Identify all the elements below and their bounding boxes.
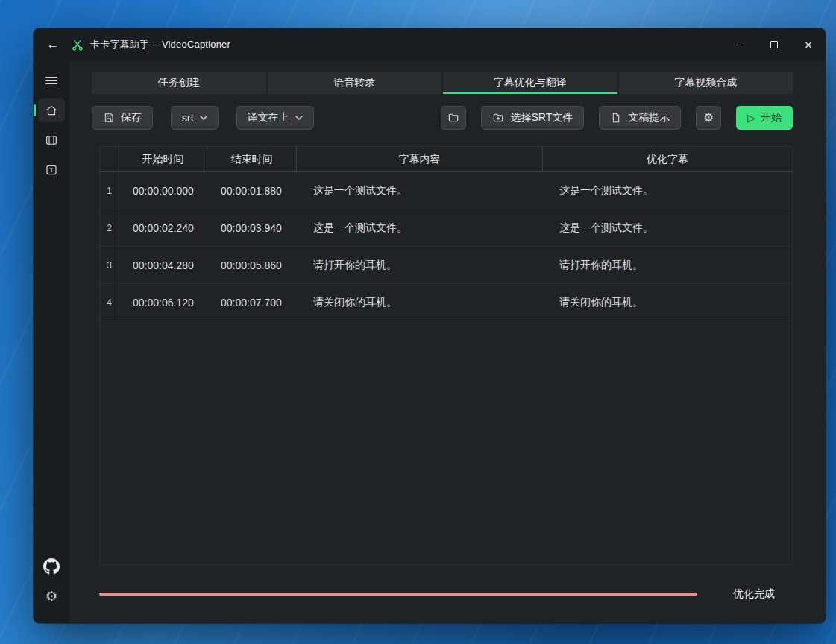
sidebar-item-home[interactable] xyxy=(38,98,65,122)
app-logo-icon xyxy=(71,38,84,51)
table-row[interactable]: 1 00:00:00.000 00:00:01.880 这是一个测试文件。 这是… xyxy=(100,172,792,209)
tab-label: 字幕优化与翻译 xyxy=(494,76,567,89)
save-label: 保存 xyxy=(121,111,142,124)
github-button[interactable] xyxy=(38,555,65,578)
header-subtitle-content: 字幕内容 xyxy=(297,147,543,171)
maximize-button[interactable] xyxy=(757,28,791,61)
header-start-time: 开始时间 xyxy=(119,147,207,171)
document-icon xyxy=(610,112,622,124)
open-folder-button[interactable] xyxy=(441,106,466,130)
toolbar: 保存 srt 译文在上 xyxy=(92,105,793,130)
text-icon xyxy=(45,163,58,177)
end-time-cell[interactable]: 00:00:05.860 xyxy=(207,247,297,283)
tab-label: 语音转录 xyxy=(333,76,375,89)
sidebar-settings-button[interactable]: ⚙ xyxy=(38,584,65,608)
tab-subtitle-video-synthesis[interactable]: 字幕视频合成 xyxy=(619,72,793,94)
start-time-cell[interactable]: 00:00:04.280 xyxy=(119,247,207,283)
save-button[interactable]: 保存 xyxy=(92,106,153,130)
gear-icon: ⚙ xyxy=(703,112,714,124)
subtitle-content-cell[interactable]: 请关闭你的耳机。 xyxy=(297,284,543,321)
subtitle-content-cell[interactable]: 这是一个测试文件。 xyxy=(297,209,543,246)
row-number: 4 xyxy=(100,284,119,321)
tab-subtitle-optimization[interactable]: 字幕优化与翻译 xyxy=(443,72,617,94)
optimized-subtitle-cell[interactable]: 请打开你的耳机。 xyxy=(543,247,792,283)
row-number: 1 xyxy=(100,172,119,209)
tab-bar: 任务创建 语音转录 字幕优化与翻译 字幕视频合成 xyxy=(92,72,793,94)
gear-icon: ⚙ xyxy=(45,590,57,603)
back-arrow-icon: ← xyxy=(47,37,60,52)
active-indicator xyxy=(34,104,36,116)
optimized-subtitle-cell[interactable]: 这是一个测试文件。 xyxy=(543,172,792,209)
end-time-cell[interactable]: 00:00:03.940 xyxy=(207,209,297,246)
close-icon: × xyxy=(805,39,812,51)
play-icon: ▷ xyxy=(747,113,755,123)
header-end-time: 结束时间 xyxy=(207,147,297,171)
start-time-cell[interactable]: 00:00:06.120 xyxy=(119,284,207,321)
translation-layout-value: 译文在上 xyxy=(248,111,289,124)
close-button[interactable]: × xyxy=(791,28,826,61)
maximize-icon xyxy=(770,41,778,48)
titlebar[interactable]: ← 卡卡字幕助手 -- VideoCaptioner × xyxy=(34,28,826,61)
doc-prompt-label: 文稿提示 xyxy=(628,111,670,124)
minimize-button[interactable] xyxy=(723,28,757,61)
format-select[interactable]: srt xyxy=(171,106,219,130)
optimized-subtitle-cell[interactable]: 这是一个测试文件。 xyxy=(543,209,792,246)
table-row[interactable]: 3 00:00:04.280 00:00:05.860 请打开你的耳机。 请打开… xyxy=(100,247,792,284)
end-time-cell[interactable]: 00:00:01.880 xyxy=(207,172,297,209)
menu-button[interactable] xyxy=(38,69,65,92)
table-row[interactable]: 2 00:00:02.240 00:00:03.940 这是一个测试文件。 这是… xyxy=(100,209,792,247)
app-window: ← 卡卡字幕助手 -- VideoCaptioner × xyxy=(34,28,826,623)
minimize-icon xyxy=(736,45,744,45)
chevron-down-icon xyxy=(200,116,207,120)
folder-icon xyxy=(447,112,459,124)
header-optimized-subtitle: 优化字幕 xyxy=(543,147,792,171)
hamburger-icon xyxy=(45,75,57,87)
table-header-row: 开始时间 结束时间 字幕内容 优化字幕 xyxy=(100,147,792,172)
window-controls: × xyxy=(723,28,826,61)
format-value: srt xyxy=(182,112,194,124)
video-icon xyxy=(45,133,58,147)
status-label: 优化完成 xyxy=(733,587,775,601)
row-number: 3 xyxy=(100,247,119,283)
window-title: 卡卡字幕助手 -- VideoCaptioner xyxy=(90,38,230,51)
subtitle-content-cell[interactable]: 请打开你的耳机。 xyxy=(297,247,543,283)
folder-plus-icon xyxy=(492,112,504,124)
optimization-settings-button[interactable]: ⚙ xyxy=(696,106,721,130)
start-time-cell[interactable]: 00:00:00.000 xyxy=(119,172,207,209)
back-button[interactable]: ← xyxy=(37,28,69,61)
table-row[interactable]: 4 00:00:06.120 00:00:07.700 请关闭你的耳机。 请关闭… xyxy=(100,284,792,321)
start-button[interactable]: ▷ 开始 xyxy=(736,106,793,130)
row-number: 2 xyxy=(100,209,119,246)
translation-layout-select[interactable]: 译文在上 xyxy=(236,106,314,130)
select-srt-label: 选择SRT文件 xyxy=(510,111,573,124)
tab-label: 字幕视频合成 xyxy=(674,76,737,89)
header-row-number xyxy=(100,147,119,171)
sidebar-item-video[interactable] xyxy=(38,128,65,152)
subtitle-table: 开始时间 结束时间 字幕内容 优化字幕 1 00:00:00.000 00:00… xyxy=(99,146,793,565)
progress-bar xyxy=(99,593,697,596)
home-icon xyxy=(45,104,58,117)
chevron-down-icon xyxy=(295,116,303,120)
github-icon xyxy=(43,558,60,575)
sidebar-item-subtitle-text[interactable] xyxy=(38,158,65,182)
main-content: 任务创建 语音转录 字幕优化与翻译 字幕视频合成 保存 srt 译 xyxy=(69,61,826,623)
start-time-cell[interactable]: 00:00:02.240 xyxy=(119,209,207,246)
end-time-cell[interactable]: 00:00:07.700 xyxy=(207,284,297,321)
doc-prompt-button[interactable]: 文稿提示 xyxy=(599,106,681,130)
save-icon xyxy=(103,112,115,124)
tab-task-creation[interactable]: 任务创建 xyxy=(92,72,266,94)
select-srt-button[interactable]: 选择SRT文件 xyxy=(481,106,584,130)
tab-label: 任务创建 xyxy=(158,76,200,89)
start-label: 开始 xyxy=(761,111,782,124)
status-bar: 优化完成 xyxy=(92,565,793,623)
tab-speech-transcription[interactable]: 语音转录 xyxy=(268,72,442,94)
subtitle-content-cell[interactable]: 这是一个测试文件。 xyxy=(297,172,543,209)
optimized-subtitle-cell[interactable]: 请关闭你的耳机。 xyxy=(543,284,792,321)
toolbar-right-group: 选择SRT文件 文稿提示 ⚙ ▷ 开始 xyxy=(441,106,793,130)
sidebar: ⚙ xyxy=(34,61,69,623)
